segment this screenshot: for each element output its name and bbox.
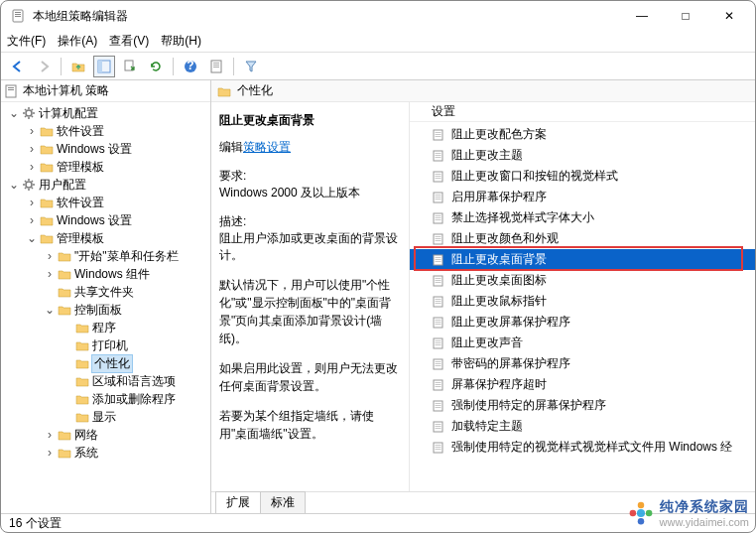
list-row[interactable]: 禁止选择视觉样式字体大小 bbox=[410, 207, 755, 228]
setting-icon bbox=[432, 378, 445, 392]
list-row[interactable]: 强制使用特定的视觉样式视觉样式文件用 Windows 经 bbox=[410, 437, 755, 458]
tree-item-label: 软件设置 bbox=[57, 123, 104, 140]
chevron-down-icon[interactable]: ⌄ bbox=[7, 106, 21, 120]
watermark: 纯净系统家园 www.yidaimei.com bbox=[628, 498, 749, 528]
export-list-button[interactable] bbox=[119, 56, 141, 77]
tree-item[interactable]: 添加或删除程序 bbox=[1, 390, 210, 408]
tree-body[interactable]: ⌄计算机配置›软件设置›Windows 设置›管理模板⌄用户配置›软件设置›Wi… bbox=[1, 102, 210, 513]
tree-header[interactable]: 本地计算机 策略 bbox=[1, 80, 210, 102]
svg-rect-94 bbox=[434, 443, 442, 453]
svg-rect-87 bbox=[436, 403, 441, 404]
list-item-label: 禁止选择视觉样式字体大小 bbox=[451, 209, 594, 226]
list-row[interactable]: 阻止更改桌面背景 bbox=[410, 249, 755, 270]
svg-rect-36 bbox=[436, 134, 441, 135]
svg-rect-53 bbox=[436, 219, 441, 220]
svg-rect-14 bbox=[8, 87, 14, 88]
svg-rect-3 bbox=[15, 16, 21, 17]
tree-item[interactable]: ⌄计算机配置 bbox=[1, 104, 210, 122]
tree-item[interactable]: 打印机 bbox=[1, 336, 210, 354]
list-row[interactable]: 阻止更改颜色和外观 bbox=[410, 228, 755, 249]
chevron-right-icon[interactable]: › bbox=[43, 446, 57, 460]
svg-rect-70 bbox=[434, 318, 442, 328]
tab-standard[interactable]: 标准 bbox=[260, 491, 306, 513]
menu-help[interactable]: 帮助(H) bbox=[161, 33, 201, 50]
svg-rect-5 bbox=[98, 61, 102, 72]
gear-icon bbox=[21, 106, 37, 120]
filter-button[interactable] bbox=[240, 56, 262, 77]
tree-item[interactable]: ⌄管理模板 bbox=[1, 229, 210, 247]
edit-policy-link[interactable]: 策略设置 bbox=[243, 140, 291, 154]
forward-button[interactable] bbox=[33, 56, 55, 77]
list-row[interactable]: 阻止更改鼠标指针 bbox=[410, 291, 755, 312]
tree-item[interactable]: 个性化 bbox=[1, 354, 210, 372]
list-row[interactable]: 屏幕保护程序超时 bbox=[410, 374, 755, 395]
list-row[interactable]: 阻止更改屏幕保护程序 bbox=[410, 312, 755, 333]
svg-point-16 bbox=[26, 110, 32, 116]
back-button[interactable] bbox=[7, 56, 29, 77]
list-row[interactable]: 阻止更改桌面图标 bbox=[410, 270, 755, 291]
tree-item[interactable]: ›软件设置 bbox=[1, 122, 210, 140]
tree-item[interactable]: 共享文件夹 bbox=[1, 283, 210, 301]
tree-item[interactable]: ›Windows 设置 bbox=[1, 140, 210, 158]
description-label: 描述: bbox=[219, 213, 401, 230]
close-button[interactable]: ✕ bbox=[707, 2, 751, 30]
tree-item[interactable]: 显示 bbox=[1, 408, 210, 426]
setting-icon bbox=[432, 170, 445, 184]
svg-rect-92 bbox=[436, 426, 441, 427]
list-item-label: 阻止更改颜色和外观 bbox=[451, 230, 559, 247]
list-row[interactable]: 阻止更改窗口和按钮的视觉样式 bbox=[410, 166, 755, 187]
chevron-right-icon[interactable]: › bbox=[25, 124, 39, 138]
menu-view[interactable]: 查看(V) bbox=[109, 33, 149, 50]
help-button[interactable]: ? bbox=[180, 56, 201, 77]
chevron-down-icon[interactable]: ⌄ bbox=[43, 303, 57, 317]
svg-rect-84 bbox=[436, 384, 441, 385]
chevron-down-icon[interactable]: ⌄ bbox=[25, 231, 39, 245]
list-row[interactable]: 带密码的屏幕保护程序 bbox=[410, 353, 755, 374]
chevron-right-icon[interactable]: › bbox=[43, 267, 57, 281]
tree-item[interactable]: ⌄用户配置 bbox=[1, 176, 210, 194]
list-header[interactable]: 设置 bbox=[410, 102, 755, 122]
svg-line-21 bbox=[25, 109, 26, 110]
tree-item[interactable]: ›Windows 设置 bbox=[1, 211, 210, 229]
chevron-right-icon[interactable]: › bbox=[25, 142, 39, 156]
chevron-right-icon[interactable]: › bbox=[25, 160, 39, 174]
maximize-button[interactable]: □ bbox=[664, 2, 707, 30]
tree-item[interactable]: 区域和语言选项 bbox=[1, 372, 210, 390]
show-hide-tree-button[interactable] bbox=[93, 56, 115, 77]
chevron-right-icon[interactable]: › bbox=[25, 213, 39, 227]
properties-button[interactable] bbox=[205, 56, 227, 77]
up-folder-button[interactable] bbox=[67, 56, 89, 77]
tree-item[interactable]: 程序 bbox=[1, 319, 210, 336]
list-row[interactable]: 阻止更改声音 bbox=[410, 333, 755, 353]
chevron-right-icon[interactable]: › bbox=[43, 428, 57, 442]
settings-list[interactable]: 阻止更改配色方案阻止更改主题阻止更改窗口和按钮的视觉样式启用屏幕保护程序禁止选择… bbox=[410, 122, 755, 491]
minimize-button[interactable]: — bbox=[620, 2, 664, 30]
policy-icon bbox=[5, 84, 19, 98]
svg-rect-10 bbox=[213, 63, 219, 64]
chevron-right-icon[interactable]: › bbox=[43, 249, 57, 263]
svg-rect-34 bbox=[434, 130, 442, 140]
svg-text:?: ? bbox=[187, 60, 193, 72]
list-row[interactable]: 强制使用特定的屏幕保护程序 bbox=[410, 395, 755, 416]
list-row[interactable]: 加载特定主题 bbox=[410, 416, 755, 437]
tree-item[interactable]: ›系统 bbox=[1, 444, 210, 462]
list-row[interactable]: 启用屏幕保护程序 bbox=[410, 187, 755, 207]
list-row[interactable]: 阻止更改配色方案 bbox=[410, 124, 755, 145]
refresh-button[interactable] bbox=[145, 56, 167, 77]
list-row[interactable]: 阻止更改主题 bbox=[410, 145, 755, 166]
tree-item[interactable]: ›Windows 组件 bbox=[1, 265, 210, 283]
tree-item[interactable]: ›软件设置 bbox=[1, 194, 210, 211]
menu-file[interactable]: 文件(F) bbox=[7, 33, 46, 50]
menu-action[interactable]: 操作(A) bbox=[58, 33, 97, 50]
tree-item[interactable]: ⌄控制面板 bbox=[1, 301, 210, 319]
tree-item[interactable]: ›管理模板 bbox=[1, 158, 210, 176]
tab-extended[interactable]: 扩展 bbox=[215, 491, 261, 513]
toolbar-separator bbox=[173, 58, 174, 75]
chevron-down-icon[interactable]: ⌄ bbox=[7, 178, 21, 192]
chevron-right-icon[interactable]: › bbox=[25, 196, 39, 209]
description-pane: 阻止更改桌面背景 编辑策略设置 要求: Windows 2000 及以上版本 描… bbox=[211, 102, 410, 491]
tree-item[interactable]: ›网络 bbox=[1, 426, 210, 444]
tree-item[interactable]: ›"开始"菜单和任务栏 bbox=[1, 247, 210, 265]
setting-icon bbox=[432, 274, 445, 288]
svg-rect-11 bbox=[213, 65, 219, 66]
